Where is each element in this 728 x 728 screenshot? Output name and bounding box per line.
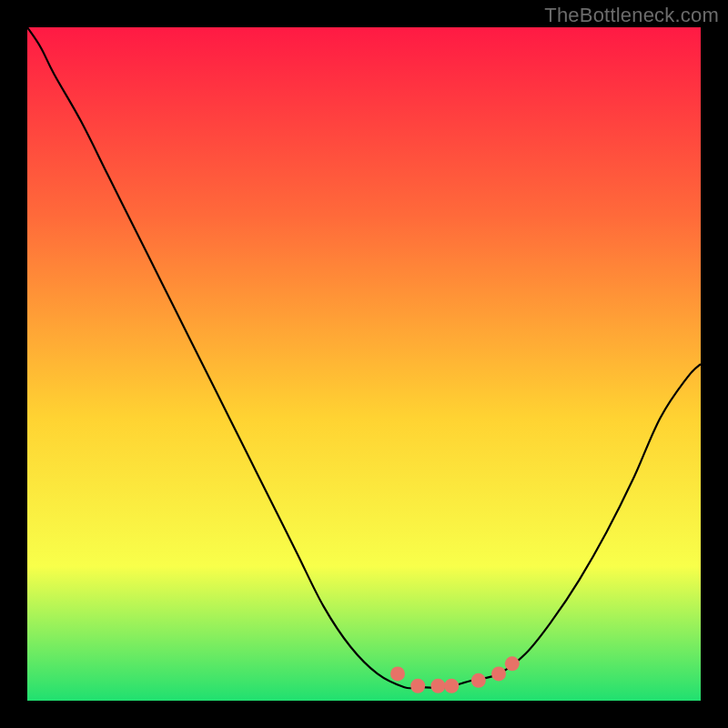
highlight-dot <box>491 666 506 681</box>
plot-area <box>27 27 701 701</box>
highlight-dot <box>430 679 445 693</box>
chart-frame: TheBottleneck.com <box>0 0 728 728</box>
highlight-dot <box>390 666 405 681</box>
watermark-label: TheBottleneck.com <box>544 4 719 27</box>
highlight-dot <box>471 673 486 688</box>
highlight-dot <box>410 679 425 693</box>
chart-svg <box>27 27 701 701</box>
gradient-background <box>27 27 701 701</box>
highlight-dot <box>444 679 459 693</box>
highlight-dot <box>505 656 520 671</box>
